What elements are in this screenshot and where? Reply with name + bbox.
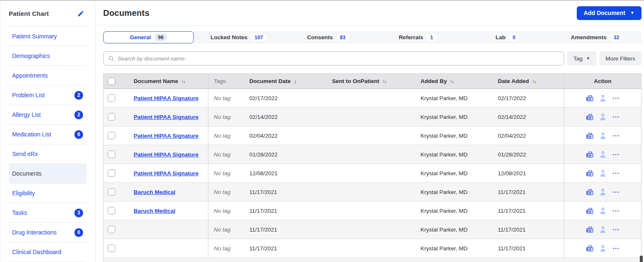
- fax-icon[interactable]: [586, 94, 594, 102]
- column-header-document-date[interactable]: Document Date↓: [245, 74, 327, 88]
- document-name-link[interactable]: Patient HIPAA Signature: [134, 114, 198, 120]
- onpatient-icon[interactable]: [599, 207, 607, 215]
- row-checkbox[interactable]: [108, 132, 115, 139]
- page-header: Documents Add Document ▼: [95, 1, 644, 25]
- row-checkbox[interactable]: [108, 188, 115, 196]
- column-header-label: Date Added: [498, 78, 529, 84]
- column-header-date-added[interactable]: Date Added↑↓: [494, 74, 564, 88]
- sidebar-item-patient-summary[interactable]: Patient Summary: [9, 27, 87, 46]
- sidebar-item-medication-list[interactable]: Medication List6: [9, 125, 87, 144]
- document-name-link[interactable]: Patient HIPAA Signature: [134, 95, 198, 101]
- tab-locked-notes[interactable]: Locked Notes107: [194, 31, 284, 43]
- header-checkbox-cell: [104, 74, 126, 88]
- onpatient-icon[interactable]: [599, 151, 607, 159]
- tag-value: No tag: [214, 133, 231, 139]
- date-added-value: 11/17/2021: [498, 208, 526, 214]
- document-name-cell: Patient HIPAA Signature: [126, 164, 208, 182]
- onpatient-icon[interactable]: [599, 188, 607, 196]
- onpatient-icon[interactable]: [599, 94, 607, 102]
- more-actions-icon[interactable]: [612, 132, 620, 140]
- document-name-cell: Patient HIPAA Signature: [126, 145, 208, 164]
- edit-pencil-icon[interactable]: [77, 10, 84, 17]
- sent-to-onpatient-cell: [327, 239, 416, 257]
- fax-icon[interactable]: [586, 113, 594, 121]
- document-name-link[interactable]: Patient HIPAA Signature: [134, 151, 198, 158]
- search-box[interactable]: [103, 51, 564, 66]
- column-header-action: Action: [564, 74, 641, 88]
- tag-filter-button[interactable]: Tag ▼: [567, 51, 596, 66]
- table-row: Patient HIPAA SignatureNo tag02/17/2022K…: [104, 89, 641, 108]
- column-header-sent-to-onpatient[interactable]: Sent to OnPatient↑↓: [327, 74, 416, 88]
- more-actions-icon[interactable]: [612, 244, 620, 252]
- sidebar-item-problem-list[interactable]: Problem List2: [9, 86, 87, 105]
- more-filters-button[interactable]: More Filters: [599, 51, 641, 66]
- date-added-cell: 02/04/2022: [494, 126, 564, 145]
- onpatient-icon[interactable]: [599, 113, 607, 121]
- sidebar-header: Patient Chart: [9, 1, 87, 27]
- fax-icon[interactable]: [586, 132, 594, 140]
- row-checkbox[interactable]: [108, 94, 115, 102]
- row-checkbox[interactable]: [108, 151, 115, 158]
- sidebar-item-tasks[interactable]: Tasks3: [9, 203, 87, 223]
- onpatient-icon[interactable]: [599, 169, 607, 177]
- page-title: Documents: [103, 8, 150, 18]
- add-document-button[interactable]: Add Document ▼: [577, 6, 641, 20]
- onpatient-icon[interactable]: [599, 244, 607, 252]
- tag-value: No tag: [214, 227, 231, 233]
- row-checkbox-cell: [104, 126, 126, 145]
- sidebar-item-eligibility[interactable]: Eligibility: [9, 184, 87, 203]
- more-actions-icon[interactable]: [612, 113, 620, 121]
- sent-to-onpatient-cell: [327, 89, 416, 107]
- row-checkbox[interactable]: [108, 207, 115, 214]
- row-checkbox[interactable]: [108, 244, 115, 252]
- more-actions-icon[interactable]: [612, 207, 620, 215]
- more-actions-icon[interactable]: [612, 188, 620, 196]
- document-name-link[interactable]: Patient HIPAA Signature: [134, 133, 198, 139]
- search-input[interactable]: [117, 55, 559, 62]
- more-actions-icon[interactable]: [612, 151, 620, 159]
- row-checkbox[interactable]: [108, 226, 115, 233]
- column-header-label: Action: [594, 78, 611, 84]
- fax-icon[interactable]: [586, 226, 594, 234]
- table-row: Baruch MedicalNo tag11/17/2021Krystal Pa…: [104, 202, 641, 220]
- tab-label: Amendments: [571, 34, 607, 40]
- fax-icon[interactable]: [586, 244, 594, 252]
- sidebar-item-allergy-list[interactable]: Allergy List2: [9, 105, 87, 125]
- sidebar-item-appointments[interactable]: Appointments: [9, 66, 87, 86]
- tab-lab[interactable]: Lab0: [462, 31, 552, 43]
- tab-amendments[interactable]: Amendments32: [552, 31, 642, 43]
- added-by-value: Krystal Parker, MD: [421, 170, 468, 176]
- tab-consents[interactable]: Consents83: [283, 31, 373, 43]
- fax-icon[interactable]: [586, 207, 594, 215]
- select-all-checkbox[interactable]: [108, 78, 115, 85]
- row-checkbox[interactable]: [108, 113, 115, 121]
- fax-icon[interactable]: [586, 188, 594, 196]
- row-checkbox[interactable]: [108, 169, 115, 177]
- fax-icon[interactable]: [586, 169, 594, 177]
- sidebar-item-clinical-dashboard[interactable]: Clinical Dashboard: [9, 242, 87, 262]
- more-actions-icon[interactable]: [612, 169, 620, 177]
- onpatient-icon[interactable]: [599, 132, 607, 140]
- fax-icon[interactable]: [586, 151, 594, 159]
- document-name-link[interactable]: Baruch Medical: [134, 208, 175, 214]
- sidebar-item-send-erx[interactable]: Send eRx: [9, 144, 87, 164]
- document-name-link[interactable]: Patient HIPAA Signature: [134, 170, 198, 176]
- sidebar-item-demographics[interactable]: Demographics: [9, 46, 87, 66]
- tab-referrals[interactable]: Referrals1: [373, 31, 463, 43]
- added-by-value: Krystal Parker, MD: [421, 114, 468, 120]
- sidebar-item-documents[interactable]: Documents: [9, 164, 87, 184]
- document-date-value: 12/08/2021: [249, 170, 278, 176]
- document-date-cell: 02/14/2022: [245, 108, 327, 126]
- tags-cell: No tag: [208, 164, 245, 182]
- sidebar-item-drug-interactions[interactable]: Drug Interactions0: [9, 223, 87, 242]
- table-row: No tag11/17/2021Krystal Parker, MD11/17/…: [104, 220, 641, 239]
- more-actions-icon[interactable]: [612, 94, 620, 102]
- tab-general[interactable]: General96: [103, 31, 194, 43]
- document-name-link[interactable]: Baruch Medical: [134, 189, 175, 195]
- more-actions-icon[interactable]: [612, 226, 620, 234]
- column-header-document-name[interactable]: Document Name↑↓: [126, 74, 208, 88]
- onpatient-icon[interactable]: [599, 226, 607, 234]
- column-header-added-by[interactable]: Added By↑↓: [416, 74, 494, 88]
- app-window: Patient Chart Patient SummaryDemographic…: [0, 1, 644, 262]
- scrollbar-thumb[interactable]: [640, 256, 643, 262]
